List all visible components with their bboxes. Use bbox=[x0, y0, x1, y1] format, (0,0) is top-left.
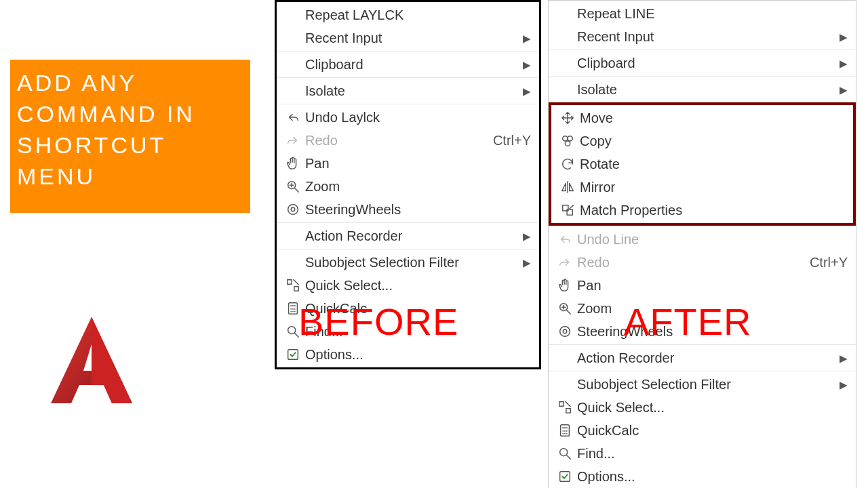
menu-item-quickcalc[interactable]: QuickCalc bbox=[549, 419, 856, 442]
redo-icon bbox=[553, 255, 577, 270]
menu-item-clipboard[interactable]: Clipboard▶ bbox=[277, 53, 539, 76]
submenu-arrow-icon: ▶ bbox=[523, 84, 531, 98]
menu-item-label: Options... bbox=[305, 345, 363, 364]
menu-item-copy[interactable]: Copy bbox=[551, 129, 853, 152]
move-icon bbox=[555, 110, 580, 125]
menu-item-label: Subobject Selection Filter bbox=[577, 375, 731, 394]
menu-item-find[interactable]: Find... bbox=[549, 442, 856, 465]
after-group-6: Subobject Selection Filter▶Quick Select.… bbox=[549, 371, 856, 488]
menu-item-label: Zoom bbox=[577, 299, 612, 318]
menu-item-action-recorder[interactable]: Action Recorder▶ bbox=[549, 346, 856, 369]
submenu-arrow-icon: ▶ bbox=[523, 31, 531, 45]
menu-item-pan[interactable]: Pan bbox=[277, 152, 539, 175]
svg-point-10 bbox=[290, 308, 292, 310]
svg-point-34 bbox=[562, 430, 564, 432]
svg-rect-7 bbox=[294, 287, 298, 291]
menu-item-rotate[interactable]: Rotate bbox=[551, 152, 853, 176]
context-menu-after: Repeat LINERecent Input▶Clipboard▶Isolat… bbox=[548, 0, 856, 488]
svg-rect-30 bbox=[559, 402, 564, 406]
menu-item-label: Rotate bbox=[580, 155, 620, 174]
menu-item-label: Action Recorder bbox=[577, 348, 674, 367]
svg-point-4 bbox=[288, 205, 298, 215]
wheel-icon bbox=[553, 324, 577, 339]
menu-item-recent-input[interactable]: Recent Input▶ bbox=[277, 26, 539, 49]
menu-item-label: Pan bbox=[305, 154, 330, 173]
menu-item-label: Options... bbox=[577, 467, 635, 486]
menu-item-label: Move bbox=[580, 108, 613, 127]
check-icon bbox=[281, 347, 305, 362]
before-group-0: Repeat LAYLCKRecent Input▶ bbox=[277, 2, 539, 51]
menu-item-mirror[interactable]: Mirror bbox=[551, 176, 853, 199]
menu-item-redo[interactable]: RedoCtrl+Y bbox=[277, 129, 539, 152]
menu-item-label: Clipboard bbox=[305, 55, 363, 74]
menu-item-label: Undo Line bbox=[577, 230, 639, 249]
quicksel-icon bbox=[281, 278, 305, 293]
after-group-3: MoveCopyRotateMirrorMatch Properties bbox=[549, 102, 856, 226]
menu-item-label: Repeat LAYLCK bbox=[305, 5, 403, 24]
svg-point-40 bbox=[560, 449, 568, 456]
shortcut-label: Ctrl+Y bbox=[493, 131, 531, 150]
menu-item-subobject-selection-filter[interactable]: Subobject Selection Filter▶ bbox=[549, 373, 856, 396]
menu-item-move[interactable]: Move bbox=[551, 106, 853, 129]
menu-item-label: Quick Select... bbox=[305, 276, 393, 295]
menu-item-match-properties[interactable]: Match Properties bbox=[551, 199, 853, 222]
hand-icon bbox=[553, 278, 577, 293]
match-icon bbox=[555, 203, 580, 218]
svg-point-5 bbox=[291, 207, 295, 211]
menu-item-repeat-line[interactable]: Repeat LINE bbox=[549, 2, 856, 25]
calc-icon bbox=[553, 423, 577, 438]
menu-item-label: Quick Select... bbox=[577, 398, 665, 417]
menu-item-undo-laylck[interactable]: Undo Laylck bbox=[277, 106, 539, 129]
menu-item-label: Repeat LINE bbox=[577, 4, 655, 23]
svg-rect-6 bbox=[288, 280, 292, 284]
svg-point-14 bbox=[292, 311, 294, 312]
svg-point-16 bbox=[288, 327, 296, 334]
undo-icon bbox=[553, 232, 577, 247]
undo-icon bbox=[281, 110, 305, 125]
menu-item-recent-input[interactable]: Recent Input▶ bbox=[549, 25, 856, 48]
mirror-icon bbox=[555, 180, 580, 195]
menu-item-label: Mirror bbox=[580, 178, 615, 197]
menu-item-redo[interactable]: RedoCtrl+Y bbox=[549, 251, 856, 274]
rotate-icon bbox=[555, 157, 580, 171]
submenu-arrow-icon: ▶ bbox=[840, 56, 848, 70]
menu-item-label: Subobject Selection Filter bbox=[305, 253, 459, 272]
before-group-3: Undo LaylckRedoCtrl+YPanZoomSteeringWhee… bbox=[277, 104, 539, 222]
menu-item-repeat-laylck[interactable]: Repeat LAYLCK bbox=[277, 3, 539, 26]
menu-item-action-recorder[interactable]: Action Recorder▶ bbox=[277, 224, 539, 247]
menu-item-quick-select[interactable]: Quick Select... bbox=[277, 274, 539, 297]
menu-item-zoom[interactable]: Zoom bbox=[277, 175, 539, 198]
submenu-arrow-icon: ▶ bbox=[523, 256, 531, 270]
menu-item-label: QuickCalc bbox=[577, 421, 639, 440]
menu-item-options[interactable]: Options... bbox=[277, 343, 539, 366]
svg-point-12 bbox=[294, 308, 296, 310]
before-group-2: Isolate▶ bbox=[277, 77, 539, 104]
svg-point-19 bbox=[563, 136, 568, 141]
menu-item-label: Match Properties bbox=[580, 201, 682, 220]
svg-point-13 bbox=[290, 311, 292, 312]
svg-rect-18 bbox=[288, 350, 298, 360]
hand-icon bbox=[281, 156, 305, 171]
svg-line-1 bbox=[295, 188, 299, 192]
menu-item-isolate[interactable]: Isolate▶ bbox=[277, 79, 539, 102]
menu-item-options[interactable]: Options... bbox=[549, 465, 856, 488]
svg-line-25 bbox=[567, 310, 571, 314]
shortcut-label: Ctrl+Y bbox=[810, 253, 848, 272]
svg-point-36 bbox=[566, 430, 568, 432]
menu-item-clipboard[interactable]: Clipboard▶ bbox=[549, 52, 856, 75]
menu-item-pan[interactable]: Pan bbox=[549, 274, 856, 297]
menu-item-isolate[interactable]: Isolate▶ bbox=[549, 78, 856, 101]
menu-item-label: Isolate bbox=[305, 81, 345, 100]
title-box: ADD ANY COMMAND IN SHORTCUT MENU bbox=[10, 60, 250, 213]
menu-item-quick-select[interactable]: Quick Select... bbox=[549, 396, 856, 419]
submenu-arrow-icon: ▶ bbox=[840, 83, 848, 97]
before-group-4: Action Recorder▶ bbox=[277, 222, 539, 249]
menu-item-subobject-selection-filter[interactable]: Subobject Selection Filter▶ bbox=[277, 251, 539, 274]
copy-icon bbox=[555, 134, 580, 148]
menu-item-label: Find... bbox=[577, 444, 615, 463]
zoom-icon bbox=[281, 179, 305, 194]
redo-icon bbox=[281, 133, 305, 148]
menu-item-steeringwheels[interactable]: SteeringWheels bbox=[277, 198, 539, 221]
menu-item-undo-line[interactable]: Undo Line bbox=[549, 228, 856, 251]
svg-rect-31 bbox=[566, 409, 570, 413]
